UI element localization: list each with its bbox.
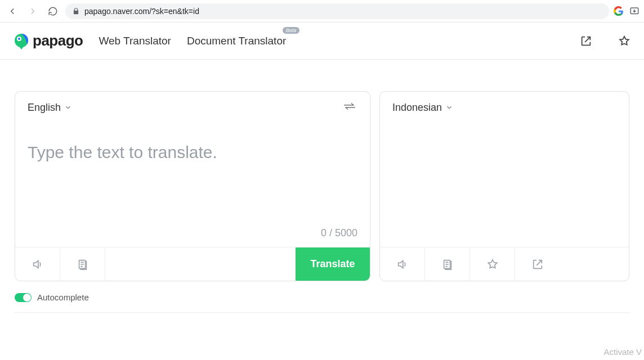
divider xyxy=(15,312,629,313)
external-link-icon[interactable] xyxy=(580,35,592,47)
google-icon[interactable] xyxy=(614,6,624,16)
reload-button[interactable] xyxy=(45,3,61,19)
share-button[interactable] xyxy=(515,248,560,281)
site-header: papago Web Translator Document Translato… xyxy=(0,22,644,60)
brand-text: papago xyxy=(33,32,83,50)
papago-logo[interactable]: papago xyxy=(14,32,83,50)
target-speak-button[interactable] xyxy=(380,248,425,281)
beta-badge: Beta xyxy=(283,27,300,34)
lock-icon xyxy=(72,7,80,15)
main-area: English Type the text to translate. 0 / … xyxy=(0,60,644,281)
windows-activate-watermark: Activate V xyxy=(603,347,642,357)
chevron-down-icon xyxy=(64,104,72,111)
target-text-area xyxy=(380,123,629,247)
target-lang-label: Indonesian xyxy=(392,102,442,114)
parrot-icon xyxy=(14,33,29,50)
source-copy-button[interactable] xyxy=(60,248,105,281)
translate-button[interactable]: Translate xyxy=(296,248,370,281)
source-text-area[interactable]: Type the text to translate. 0 / 5000 xyxy=(15,123,370,247)
autocomplete-toggle[interactable] xyxy=(15,293,32,302)
address-bar[interactable]: papago.naver.com/?sk=en&tk=id xyxy=(65,3,609,19)
char-count: 0 / 5000 xyxy=(321,227,357,239)
chevron-down-icon xyxy=(445,104,453,111)
nav-doc-label: Document Translator xyxy=(187,35,286,47)
autocomplete-row: Autocomplete xyxy=(0,281,644,302)
star-icon[interactable] xyxy=(618,35,630,47)
nav-document-translator[interactable]: Document Translator Beta xyxy=(187,35,286,47)
swap-languages-button[interactable] xyxy=(342,101,357,115)
target-language-selector[interactable]: Indonesian xyxy=(392,102,453,114)
target-copy-button[interactable] xyxy=(425,248,470,281)
back-button[interactable] xyxy=(5,3,20,19)
nav-web-translator[interactable]: Web Translator xyxy=(99,35,171,47)
forward-button[interactable] xyxy=(25,3,41,19)
install-icon[interactable] xyxy=(629,6,639,16)
browser-toolbar: papago.naver.com/?sk=en&tk=id xyxy=(0,0,644,22)
source-panel: English Type the text to translate. 0 / … xyxy=(15,91,370,281)
source-placeholder: Type the text to translate. xyxy=(28,143,357,162)
source-lang-label: English xyxy=(28,102,61,114)
source-speak-button[interactable] xyxy=(15,248,60,281)
target-panel: Indonesian xyxy=(379,91,629,281)
url-text: papago.naver.com/?sk=en&tk=id xyxy=(84,7,199,16)
autocomplete-label: Autocomplete xyxy=(37,292,89,302)
source-language-selector[interactable]: English xyxy=(28,102,72,114)
svg-point-2 xyxy=(18,38,20,40)
favorite-button[interactable] xyxy=(470,248,515,281)
